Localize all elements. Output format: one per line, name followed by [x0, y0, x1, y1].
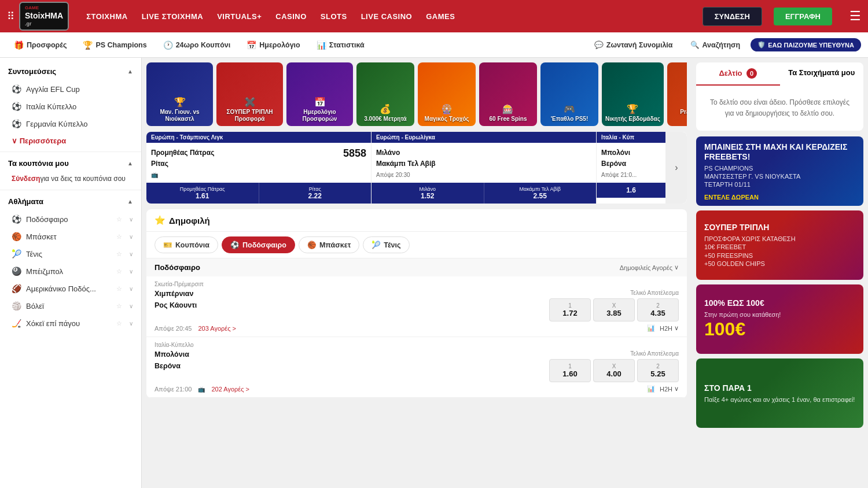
fav-icon-ice-hockey[interactable]: ☆: [116, 320, 122, 327]
promo-banner-para1[interactable]: ΣΤΟ ΠΑΡΑ 1 Παίξε 4+ αγώνες και αν χάσεις…: [696, 358, 863, 428]
live-match-2-odd1-label: Μιλάνο: [374, 186, 481, 192]
promo-card-offer[interactable]: 📅 Ημερολόγιο Προσφορών: [286, 62, 353, 126]
sidebar-item-american-football[interactable]: 🏈 Αμερικάνικο Ποδός... ☆ ∨: [0, 280, 141, 297]
promo-card-pragmatic[interactable]: 🎰 Pragmatic Buy Bonus: [667, 62, 687, 126]
betslip-tabs: Δελτίο 0 Τα Στοιχήματά μου: [696, 62, 863, 86]
nav-slots[interactable]: SLOTS: [321, 12, 347, 21]
tennis-sport-icon: 🎾: [12, 249, 21, 258]
my-coupons-header[interactable]: Τα κουπόνια μου ▲: [0, 154, 141, 172]
chat-button[interactable]: 💬 Ζωντανή Συνομιλία: [587, 37, 680, 53]
fav-icon-am-football[interactable]: ☆: [116, 285, 122, 293]
match-2-tv-icon: 📺: [198, 386, 205, 393]
fav-icon-basketball[interactable]: ☆: [116, 233, 122, 241]
responsible-button[interactable]: 🛡️ ΕΑΩ ΠΑΙΖΟΥΜΕ ΥΠΕΥΘΥΝΑ: [751, 38, 861, 51]
sidebar-item-ice-hockey[interactable]: 🏒 Χόκεϊ επί πάγου ☆ ∨: [0, 315, 141, 332]
nav-virtuals[interactable]: VIRTUALS+: [217, 12, 262, 21]
subnav-offers[interactable]: 🎁 Προσφορές: [7, 37, 73, 53]
popular-markets-label[interactable]: Δημοφιλείς Αγορές ∨: [620, 264, 679, 271]
sidebar-item-football[interactable]: ⚽ Ποδόσφαιρο ☆ ∨: [0, 210, 141, 228]
tab-tennis[interactable]: 🎾 Τένις: [363, 236, 409, 253]
promo-card-magikos[interactable]: 🎡 Μαγικός Τροχός: [418, 62, 476, 126]
promo-card-metrhta[interactable]: 💰 3.000€ Μετρητά: [356, 62, 414, 126]
popular-star-icon: ⭐: [155, 215, 165, 225]
tab-basketball[interactable]: 🏀 Μπάσκετ: [299, 236, 359, 253]
h2h-btn-1[interactable]: H2H ∨: [660, 324, 679, 332]
match-2-odds-area: Τελικό Αποτέλεσμα 1 1.60 Χ 4.00: [549, 350, 679, 382]
sidebar-item-basketball[interactable]: 🏀 Μπάσκετ ☆ ∨: [0, 228, 141, 245]
sidebar-item-germany-cup[interactable]: ⚽ Γερμανία Κύπελλο: [0, 115, 141, 132]
betslip-tab-my-bets[interactable]: Τα Στοιχήματά μου: [780, 62, 864, 86]
betslip-tab-deltio[interactable]: Δελτίο 0: [696, 62, 780, 86]
match-2-markets-link[interactable]: 202 Αγορές >: [212, 386, 250, 393]
fav-icon-baseball[interactable]: ☆: [116, 268, 122, 275]
sidebar-item-volleyball[interactable]: 🏐 Βόλεϊ ☆ ∨: [0, 297, 141, 315]
match-2-odd-2[interactable]: 2 5.25: [637, 359, 679, 382]
match-2-meta: Απόψε 21:00 📺 202 Αγορές > 📊 H2H ∨: [155, 385, 679, 393]
search-icon: 🔍: [690, 40, 700, 49]
my-coupons-title: Τα κουπόνια μου: [8, 159, 69, 168]
promo-card-nikitis[interactable]: 🏆 Νικητής Εβδομάδας: [602, 62, 664, 126]
match-1-odd-2[interactable]: 2 4.35: [637, 298, 679, 321]
nav-live-stoixima[interactable]: LIVE ΣΤΟΙΧΗΜΑ: [142, 12, 204, 21]
match-2-odd-x[interactable]: Χ 4.00: [593, 359, 635, 382]
subnav-ps-champions[interactable]: 🏆 PS Champions: [76, 37, 153, 53]
match-2-content: Μπολόνια Βερόνα Τελικό Αποτέλεσμα 1 1.60…: [155, 350, 679, 382]
promo-card-freespins[interactable]: 🎰 60 Free Spins: [479, 62, 537, 126]
sidebar-item-tennis[interactable]: 🎾 Τένις ☆ ∨: [0, 245, 141, 263]
sidebar-item-baseball[interactable]: 🎱 Μπέιζμπολ ☆ ∨: [0, 263, 141, 280]
promo-banner-ps-champions[interactable]: ΜΠΑΙΝΕΙΣ ΣΤΗ ΜΑΧΗ ΚΑΙ ΚΕΡΔΙΖΕΙΣ FREEBETS…: [696, 136, 863, 206]
promo-card-super-triple[interactable]: ✖️ ΣΟΥΠΕΡ ΤΡΙΠΛΗ Προσφορά: [216, 62, 283, 126]
grid-icon[interactable]: ⠿: [7, 10, 14, 23]
nav-stoixima[interactable]: ΣΤΟΙΧΗΜΑ: [86, 12, 128, 21]
fav-icon-football[interactable]: ☆: [116, 216, 122, 223]
live-match-1-odd2-label: Ρίτας: [262, 186, 369, 192]
tab-coupons[interactable]: 🎫 Κουπόνια: [155, 236, 218, 253]
promo-card-ps5[interactable]: 🎮 'Επαθλο PS5!: [540, 62, 598, 126]
nav-live-casino[interactable]: LIVE CASINO: [361, 12, 413, 21]
match-1-odd-x[interactable]: Χ 3.85: [593, 298, 635, 321]
live-match-1-odd2[interactable]: Ρίτας 2.22: [259, 183, 372, 204]
match-1-odd-1[interactable]: 1 1.72: [549, 298, 591, 321]
register-button[interactable]: ΕΓΓΡΑΦΗ: [774, 8, 832, 25]
nav-games[interactable]: GAMES: [426, 12, 455, 21]
live-match-2-odd1[interactable]: Μιλάνο 1.52: [372, 183, 484, 204]
sidebar-item-italy-cup[interactable]: ⚽ Ιταλία Κύπελλο: [0, 98, 141, 115]
live-match-2-odd2[interactable]: Μακάμπι Τελ Αβίβ 2.55: [484, 183, 597, 204]
fav-icon-tennis[interactable]: ☆: [116, 250, 122, 258]
promo-banner-super-triple[interactable]: ΣΟΥΠΕΡ ΤΡΙΠΛΗ ΠΡΟΣΦΟΡΑ ΧΩΡΙΣ ΚΑΤΑΘΕΣΗ 10…: [696, 210, 863, 280]
live-match-1[interactable]: Ευρώπη - Τσάμπιονς Λιγκ Προμηθέας Πάτρας…: [146, 132, 372, 204]
promo-banner-1-cta[interactable]: ΕΝΤΕΛΕ ΔΩΡΕΑΝ: [704, 194, 855, 201]
search-button[interactable]: 🔍 Αναζήτηση: [685, 37, 746, 53]
chevron-down-h2h-2: ∨: [674, 385, 679, 393]
promo-banner-100[interactable]: 100% ΕΩΣ 100€ Στην πρώτη σου κατάθεση! 1…: [696, 284, 863, 354]
live-match-3-league: Ιταλία - Κύπ: [597, 132, 665, 143]
subnav-calendar[interactable]: 📅 Ημερολόγιο: [240, 37, 307, 53]
chat-icon: 💬: [594, 40, 604, 49]
match-1-markets-link[interactable]: 203 Αγορές >: [198, 325, 236, 332]
match-2-odd-1[interactable]: 1 1.60: [549, 359, 591, 382]
live-matches-next-btn[interactable]: ›: [666, 132, 687, 204]
live-match-3[interactable]: Ιταλία - Κύπ Μπολόνι Βερόνα Απόψε 21:0..…: [597, 132, 666, 204]
live-match-1-teams: Προμηθέας Πάτρας Ρίτας: [151, 147, 214, 169]
live-match-3-odd1[interactable]: 1.6: [597, 183, 665, 198]
promo-banner-1-title: ΜΠΑΙΝΕΙΣ ΣΤΗ ΜΑΧΗ ΚΑΙ ΚΕΡΔΙΖΕΙΣ FREEBETS…: [704, 142, 855, 162]
logo[interactable]: GAME StoixΗΜΑ .gr: [19, 2, 69, 30]
fav-icon-volleyball[interactable]: ☆: [116, 302, 122, 310]
subnav-24h-coupon[interactable]: 🕐 24ωρο Κουπόνι: [156, 37, 238, 53]
tab-football[interactable]: ⚽ Ποδόσφαιρο: [222, 236, 295, 253]
nav-casino[interactable]: CASINO: [275, 12, 307, 21]
live-match-1-odd1[interactable]: Προμηθέας Πάτρας 1.61: [146, 183, 259, 204]
shortcuts-more[interactable]: ∨ Περισσότερα: [0, 132, 141, 149]
match-2-team1: Μπολόνια: [155, 350, 545, 358]
sidebar-item-england-cup[interactable]: ⚽ Αγγλία EFL Cup: [0, 80, 141, 98]
sports-header[interactable]: Αθλήματα ▲: [0, 193, 141, 210]
promo-card-icon-4: 💰: [380, 103, 391, 114]
promo-card-ps-champions[interactable]: 🏆 Μαν. Γιουν. vs Νιούκαστλ: [146, 62, 213, 126]
shortcuts-header[interactable]: Συντομεύσεις ▲: [0, 62, 141, 80]
h2h-btn-2[interactable]: H2H ∨: [660, 385, 679, 393]
hamburger-icon[interactable]: ☰: [849, 9, 861, 24]
login-button[interactable]: ΣΥΝΔΕΣΗ: [703, 7, 762, 26]
login-link[interactable]: Σύνδεση: [12, 175, 40, 183]
live-match-2[interactable]: Ευρώπη - Ευρωλίγκα Μιλάνο Μακάμπι Τελ Αβ…: [372, 132, 597, 204]
subnav-stats[interactable]: 📊 Στατιστικά: [310, 37, 372, 53]
